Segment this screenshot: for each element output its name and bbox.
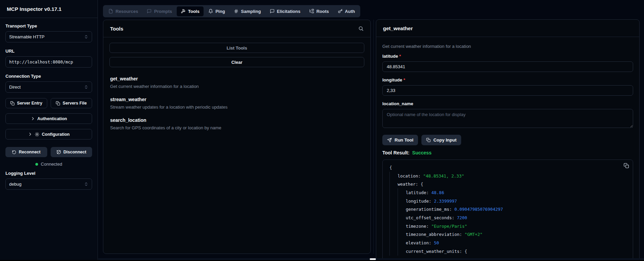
chevrons-up-down-icon bbox=[84, 182, 88, 186]
main-area: ResourcesPromptsToolsPingSamplingElicita… bbox=[98, 0, 644, 261]
tab-label: Ping bbox=[215, 9, 225, 14]
tool-list-item-search_location[interactable]: search_locationSearch for GPS coordinate… bbox=[110, 117, 364, 130]
authentication-expander[interactable]: Authentication bbox=[5, 113, 92, 124]
servers-file-label: Servers File bbox=[63, 101, 87, 106]
json-result-line: timezone_abbreviation: "GMT+2" bbox=[387, 230, 628, 239]
send-icon bbox=[387, 138, 392, 143]
disconnect-label: Disconnect bbox=[64, 150, 86, 154]
tab-label: Tools bbox=[188, 9, 199, 14]
json-result-line: latitude: 48.86 bbox=[387, 188, 628, 197]
tool-detail-title: get_weather bbox=[383, 25, 413, 31]
tab-sampling[interactable]: Sampling bbox=[230, 6, 265, 16]
connection-type-label: Connection Type bbox=[5, 74, 92, 79]
tool-result-json-viewer: {location: "48.85341, 2.33"weather: {lat… bbox=[382, 160, 633, 261]
configuration-label: Configuration bbox=[42, 132, 70, 137]
json-result-line: weather: { bbox=[387, 180, 628, 188]
tab-label: Roots bbox=[316, 9, 329, 14]
run-tool-label: Run Tool bbox=[395, 137, 413, 143]
tab-label: Sampling bbox=[241, 9, 261, 14]
refresh-icon bbox=[12, 150, 16, 154]
tool-detail-panel: get_weather Get current weather informat… bbox=[376, 19, 640, 261]
latitude-label: latitude bbox=[382, 54, 398, 59]
sidebar-header: MCP Inspector v0.17.1 bbox=[0, 0, 98, 18]
required-asterisk: * bbox=[399, 54, 401, 59]
tab-tools[interactable]: Tools bbox=[177, 6, 204, 16]
reconnect-label: Reconnect bbox=[19, 150, 40, 154]
url-label: URL bbox=[5, 49, 92, 54]
server-entry-label: Server Entry bbox=[17, 101, 42, 106]
location-name-label: location_name bbox=[382, 101, 413, 106]
gear-icon bbox=[35, 132, 39, 137]
connection-status: Connected bbox=[41, 162, 62, 167]
tab-bar: ResourcesPromptsToolsPingSamplingElicita… bbox=[103, 5, 360, 17]
connected-status-dot bbox=[35, 163, 38, 166]
transport-type-select[interactable]: Streamable HTTP bbox=[5, 31, 92, 42]
search-icon[interactable] bbox=[358, 26, 364, 31]
tool-description: Search for GPS coordinates of a city or … bbox=[110, 125, 364, 130]
chevrons-up-down-icon bbox=[84, 35, 88, 39]
json-result-line: generationtime_ms: 0.09047985076904297 bbox=[387, 205, 628, 213]
copy-icon bbox=[10, 101, 15, 106]
tab-label: Prompts bbox=[154, 9, 172, 14]
tab-resources[interactable]: Resources bbox=[104, 6, 142, 16]
tool-list-item-stream_weather[interactable]: stream_weatherStream weather updates for… bbox=[110, 97, 364, 110]
tab-prompts[interactable]: Prompts bbox=[143, 6, 176, 16]
disconnect-button[interactable]: Disconnect bbox=[51, 147, 92, 157]
latitude-field[interactable] bbox=[382, 61, 633, 72]
json-result-line: location: "48.85341, 2.33" bbox=[387, 172, 628, 180]
tab-auth[interactable]: Auth bbox=[334, 6, 359, 16]
tree-icon bbox=[309, 9, 314, 14]
json-result-line: elevation: 50 bbox=[387, 239, 628, 247]
tool-name: stream_weather bbox=[110, 97, 364, 102]
connection-type-value: Direct bbox=[9, 85, 84, 90]
url-input[interactable]: http://localhost:8080/mcp bbox=[5, 56, 92, 68]
chevron-right-icon bbox=[28, 132, 32, 136]
clear-button[interactable]: Clear bbox=[109, 57, 364, 67]
logging-level-select[interactable]: debug bbox=[5, 179, 92, 190]
json-result-line: current_weather_units: { bbox=[387, 247, 628, 256]
tools-panel-title: Tools bbox=[110, 26, 358, 32]
message-icon bbox=[147, 9, 152, 14]
connection-type-select[interactable]: Direct bbox=[5, 81, 92, 93]
tool-name: get_weather bbox=[110, 76, 364, 81]
json-result-line: timezone: "Europe/Paris" bbox=[387, 222, 628, 230]
tool-description: Stream weather updates for a location wi… bbox=[110, 105, 364, 110]
tab-label: Auth bbox=[345, 9, 355, 14]
tools-panel: Tools List Tools Clear get_weatherGet cu… bbox=[103, 20, 371, 254]
list-tools-button[interactable]: List Tools bbox=[109, 43, 364, 53]
copy-icon bbox=[426, 138, 431, 142]
hammer-icon bbox=[181, 9, 186, 14]
server-entry-button[interactable]: Server Entry bbox=[5, 98, 47, 108]
file-icon bbox=[108, 9, 113, 14]
copy-input-label: Copy Input bbox=[433, 137, 456, 143]
tool-name: search_location bbox=[110, 117, 364, 123]
tool-result-status: Success bbox=[412, 150, 432, 155]
servers-file-button[interactable]: Servers File bbox=[51, 98, 92, 108]
json-result-line: { bbox=[387, 163, 628, 172]
logging-level-value: debug bbox=[9, 182, 84, 187]
panel-divider bbox=[373, 20, 374, 254]
json-result-line: longitude: 2.3399997 bbox=[387, 197, 628, 205]
run-tool-button[interactable]: Run Tool bbox=[382, 135, 418, 145]
location-name-field[interactable] bbox=[382, 109, 633, 128]
longitude-field[interactable] bbox=[382, 85, 633, 96]
chevrons-up-down-icon bbox=[84, 85, 88, 89]
sidebar: MCP Inspector v0.17.1 Transport Type Str… bbox=[0, 0, 98, 260]
hash-icon bbox=[234, 9, 239, 14]
tab-elicitations[interactable]: Elicitations bbox=[266, 6, 304, 16]
tab-label: Resources bbox=[116, 9, 138, 14]
tool-description: Get current weather information for a lo… bbox=[110, 84, 364, 89]
tab-roots[interactable]: Roots bbox=[305, 6, 333, 16]
app-title: MCP Inspector v0.17.1 bbox=[7, 6, 62, 12]
configuration-expander[interactable]: Configuration bbox=[5, 129, 92, 139]
tab-ping[interactable]: Ping bbox=[204, 6, 229, 16]
chevron-right-icon bbox=[31, 116, 35, 121]
longitude-label: longitude bbox=[382, 77, 402, 82]
copy-icon bbox=[56, 101, 60, 106]
copy-result-icon[interactable] bbox=[624, 163, 629, 168]
tool-list-item-get_weather[interactable]: get_weatherGet current weather informati… bbox=[110, 76, 364, 89]
copy-input-button[interactable]: Copy Input bbox=[421, 135, 461, 145]
reconnect-button[interactable]: Reconnect bbox=[5, 147, 47, 157]
authentication-label: Authentication bbox=[37, 116, 67, 121]
bell-icon bbox=[208, 9, 213, 14]
